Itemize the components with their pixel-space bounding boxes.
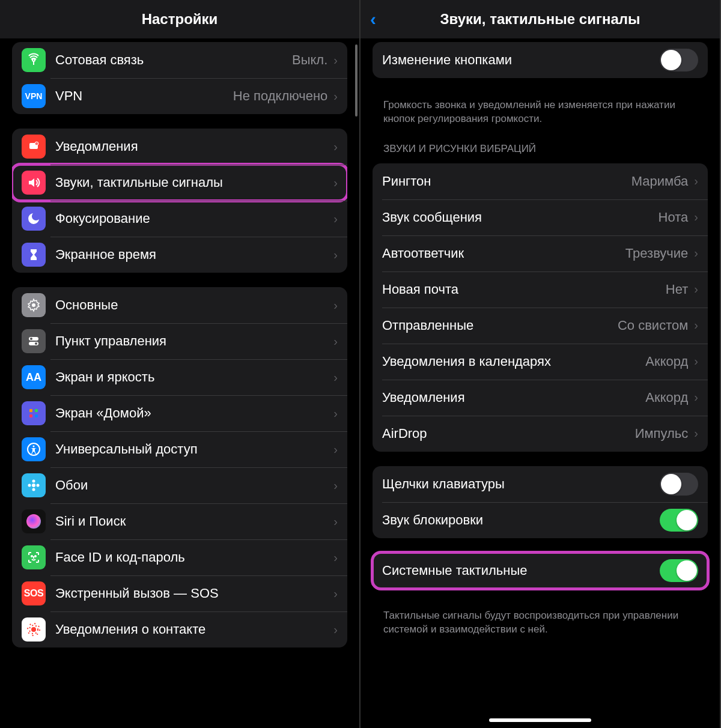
row-voicemail[interactable]: Автоответчик Трезвучие ›: [373, 235, 708, 271]
flower-icon: [22, 473, 46, 497]
row-general[interactable]: Основные ›: [12, 287, 347, 323]
svg-point-14: [32, 480, 35, 483]
row-label: Звук сообщения: [382, 210, 659, 225]
row-label: Фокусирование: [55, 211, 333, 226]
chevron-right-icon: ›: [333, 248, 338, 262]
group-system-haptics: Системные тактильные: [373, 553, 708, 589]
row-value: Импульс: [635, 426, 689, 441]
row-siri[interactable]: Siri и Поиск ›: [12, 503, 347, 539]
row-label: Изменение кнопками: [382, 52, 660, 68]
row-system-haptics[interactable]: Системные тактильные: [373, 553, 708, 589]
row-label: Уведомления о контакте: [55, 622, 333, 637]
scroll-area[interactable]: Сотовая связь Выкл. › VPN VPN Не подключ…: [0, 38, 359, 728]
row-reminder-alerts[interactable]: Уведомления Аккорд ›: [373, 380, 708, 416]
row-vpn[interactable]: VPN VPN Не подключено ›: [12, 78, 347, 114]
row-screentime[interactable]: Экранное время ›: [12, 237, 347, 273]
aa-icon: AA: [22, 365, 46, 389]
svg-point-18: [31, 556, 32, 557]
row-label: Пункт управления: [55, 333, 333, 349]
row-faceid[interactable]: Face ID и код-пароль ›: [12, 539, 347, 575]
footer-text: Громкость звонка и уведомлений не изменя…: [373, 93, 708, 126]
page-title: Звуки, тактильные сигналы: [440, 11, 640, 28]
row-label: Уведомления: [55, 139, 333, 154]
vpn-icon: VPN: [22, 84, 46, 108]
svg-point-13: [32, 484, 35, 487]
svg-point-16: [28, 484, 31, 487]
row-sent-mail[interactable]: Отправленные Со свистом ›: [373, 308, 708, 344]
svg-point-5: [30, 338, 32, 340]
row-change-with-buttons[interactable]: Изменение кнопками: [373, 42, 708, 78]
row-label: Рингтон: [382, 174, 631, 189]
back-button[interactable]: ‹: [370, 9, 376, 29]
row-wallpaper[interactable]: Обои ›: [12, 467, 347, 503]
toggle-lock-sound[interactable]: [660, 509, 698, 532]
row-label: VPN: [55, 88, 233, 104]
row-value: Маримба: [631, 174, 689, 189]
row-ringtone[interactable]: Рингтон Маримба ›: [373, 163, 708, 199]
group-general: Основные › Пункт управления › AA Экран и…: [12, 287, 347, 648]
header: ‹ Звуки, тактильные сигналы: [360, 0, 720, 38]
grid-icon: [22, 401, 46, 425]
footer-text: Тактильные сигналы будут воспроизводитьс…: [373, 603, 708, 637]
chevron-right-icon: ›: [694, 390, 698, 404]
toggle-change-with-buttons[interactable]: [660, 49, 698, 71]
chevron-right-icon: ›: [333, 335, 338, 348]
row-cellular[interactable]: Сотовая связь Выкл. ›: [12, 42, 347, 78]
chevron-right-icon: ›: [333, 299, 338, 312]
home-indicator[interactable]: [489, 718, 591, 722]
chevron-right-icon: ›: [333, 371, 338, 384]
chevron-right-icon: ›: [694, 210, 698, 224]
chevron-right-icon: ›: [333, 551, 338, 565]
row-homescreen[interactable]: Экран «Домой» ›: [12, 395, 347, 431]
svg-point-15: [32, 488, 35, 491]
row-notifications[interactable]: Уведомления ›: [12, 129, 347, 165]
header: Настройки: [0, 0, 359, 38]
bell-icon: [22, 135, 46, 159]
toggle-keyboard-clicks[interactable]: [660, 473, 698, 496]
page-title: Настройки: [142, 11, 218, 28]
row-display[interactable]: AA Экран и яркость ›: [12, 359, 347, 395]
chevron-right-icon: ›: [333, 176, 338, 190]
antenna-icon: [22, 48, 46, 72]
chevron-right-icon: ›: [694, 246, 698, 260]
row-control-center[interactable]: Пункт управления ›: [12, 323, 347, 359]
row-lock-sound[interactable]: Звук блокировки: [373, 502, 708, 538]
row-value: Нет: [666, 282, 688, 297]
svg-point-12: [33, 446, 35, 447]
chevron-right-icon: ›: [694, 318, 698, 332]
row-new-mail[interactable]: Новая почта Нет ›: [373, 271, 708, 308]
sounds-screen: ‹ Звуки, тактильные сигналы Изменение кн…: [360, 0, 721, 728]
scroll-area[interactable]: Изменение кнопками Громкость звонка и ув…: [360, 38, 720, 728]
row-label: Уведомления в календарях: [382, 354, 645, 369]
accessibility-icon: [22, 437, 46, 461]
row-accessibility[interactable]: Универсальный доступ ›: [12, 431, 347, 467]
row-value: Аккорд: [645, 390, 688, 405]
row-sounds-haptics[interactable]: Звуки, тактильные сигналы ›: [12, 165, 347, 201]
row-label: AirDrop: [382, 426, 635, 441]
chevron-right-icon: ›: [694, 282, 698, 296]
row-calendar-alerts[interactable]: Уведомления в календарях Аккорд ›: [373, 344, 708, 380]
row-sos[interactable]: SOS Экстренный вызов — SOS ›: [12, 575, 347, 611]
row-value: Выкл.: [292, 52, 327, 68]
group-sounds: Рингтон Маримба › Звук сообщения Нота › …: [373, 163, 708, 452]
row-airdrop[interactable]: AirDrop Импульс ›: [373, 416, 708, 452]
row-keyboard-clicks[interactable]: Щелчки клавиатуры: [373, 466, 708, 502]
svg-point-19: [35, 556, 36, 557]
row-label: Щелчки клавиатуры: [382, 476, 660, 492]
row-text-tone[interactable]: Звук сообщения Нота ›: [373, 199, 708, 235]
svg-point-17: [37, 484, 40, 487]
exposure-icon: [22, 617, 46, 642]
chevron-right-icon: ›: [694, 354, 698, 368]
svg-point-6: [35, 342, 37, 345]
faceid-icon: [22, 545, 46, 569]
row-label: Face ID и код-пароль: [55, 550, 333, 565]
row-value: Нота: [659, 210, 689, 225]
row-exposure[interactable]: Уведомления о контакте ›: [12, 611, 347, 648]
sos-icon: SOS: [22, 581, 46, 605]
toggle-system-haptics[interactable]: [660, 559, 698, 582]
row-label: Основные: [55, 297, 333, 313]
group-change-with-buttons: Изменение кнопками: [373, 42, 708, 78]
chevron-right-icon: ›: [333, 407, 338, 420]
row-focus[interactable]: Фокусирование ›: [12, 201, 347, 237]
svg-rect-10: [35, 414, 38, 417]
